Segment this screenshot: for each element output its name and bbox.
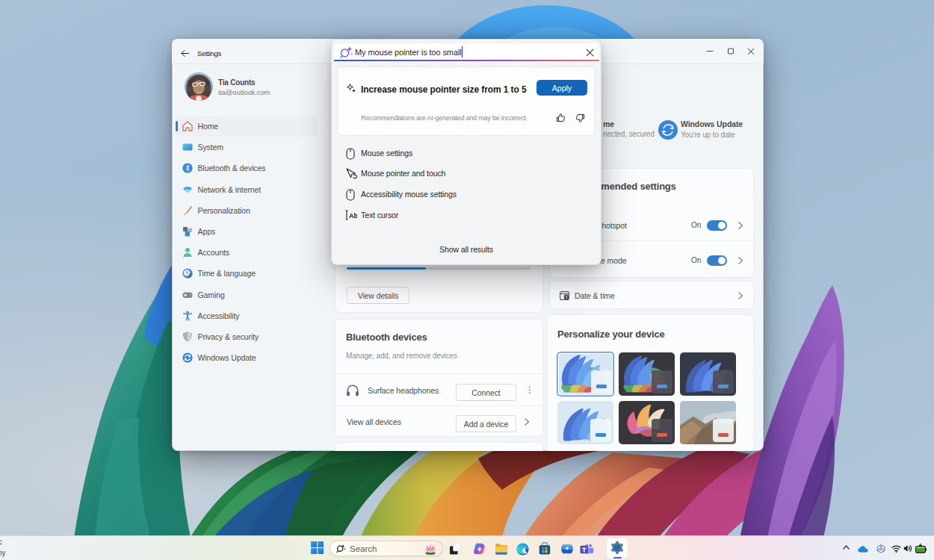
- svg-text:Ab: Ab: [349, 212, 357, 220]
